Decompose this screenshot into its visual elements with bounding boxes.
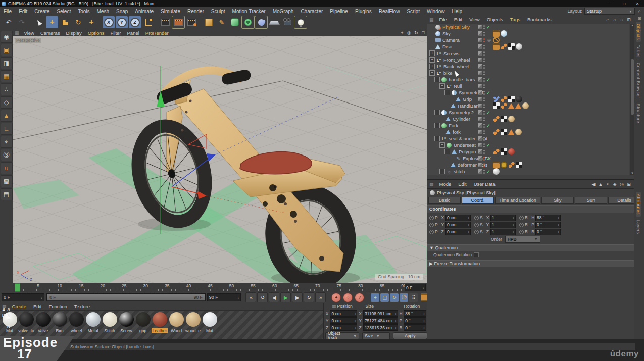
enabled-check-icon[interactable]: ✓ bbox=[486, 143, 490, 148]
uvw-tag-icon[interactable] bbox=[493, 102, 500, 109]
editor-visibility-icon[interactable] bbox=[478, 90, 482, 95]
keyframe-parameter-button[interactable]: Ⓟ bbox=[400, 293, 408, 302]
front-wheel[interactable] bbox=[129, 119, 215, 228]
viewport-3d[interactable]: X Z Perspective Grid Spacing : 10 cm bbox=[13, 36, 427, 283]
menu-item-snap[interactable]: Snap bbox=[113, 9, 131, 14]
tab-time-and-location[interactable]: Time and Location bbox=[495, 197, 540, 204]
seltri-tag-icon[interactable] bbox=[508, 103, 514, 109]
coord-mode-select[interactable]: Object (Rel)▼ bbox=[325, 332, 359, 339]
spinner-icon[interactable]: ↕ bbox=[423, 319, 425, 322]
eye-icon[interactable]: ◌ bbox=[618, 17, 625, 22]
visibility-toggles[interactable]: ✓ bbox=[478, 90, 490, 95]
keyframe-circle-icon[interactable] bbox=[474, 223, 479, 227]
visibility-toggles[interactable]: ✓ bbox=[478, 169, 490, 174]
field-object-button[interactable] bbox=[255, 16, 267, 28]
editor-visibility-icon[interactable] bbox=[478, 163, 482, 167]
target-icon[interactable]: ◎ bbox=[618, 182, 625, 187]
tree-item-back-wheel[interactable]: +LºBack_wheel bbox=[427, 63, 629, 70]
material-item[interactable]: valve_to bbox=[18, 312, 34, 340]
texture-tag-icon[interactable] bbox=[508, 116, 515, 122]
menu-item-objects[interactable]: Objects bbox=[483, 17, 507, 22]
workplane-mode-button[interactable]: ▦ bbox=[1, 70, 13, 82]
view-label[interactable]: Perspective bbox=[15, 38, 41, 43]
panel-grid-icon[interactable]: ▦ bbox=[427, 17, 436, 22]
menu-item-render[interactable]: Render bbox=[184, 9, 208, 14]
material-item[interactable]: wood_e bbox=[185, 312, 201, 340]
material-item[interactable]: Rim bbox=[52, 312, 68, 340]
visibility-dot[interactable] bbox=[483, 91, 485, 92]
uvw-tag-icon[interactable] bbox=[516, 162, 522, 168]
visibility-dot[interactable] bbox=[483, 47, 485, 49]
visibility-dot[interactable] bbox=[483, 150, 485, 151]
spinner-icon[interactable]: ↕ bbox=[354, 319, 356, 322]
editor-visibility-icon[interactable] bbox=[478, 169, 482, 174]
material-item[interactable]: Metal bbox=[85, 312, 101, 340]
phong-tag-icon[interactable] bbox=[501, 102, 507, 109]
panel-tab-content-browser[interactable]: Content Browser bbox=[636, 61, 641, 100]
menu-item-options[interactable]: Options bbox=[85, 30, 108, 36]
visibility-dot[interactable] bbox=[483, 71, 485, 73]
spinner-icon[interactable]: ↕ bbox=[468, 230, 469, 233]
spinner-icon[interactable]: ↕ bbox=[513, 223, 514, 226]
editor-visibility-icon[interactable] bbox=[478, 58, 482, 62]
tree-item-disc[interactable]: Disc bbox=[427, 43, 629, 50]
texture-tag-icon[interactable] bbox=[515, 129, 522, 135]
visibility-dot[interactable] bbox=[483, 137, 485, 138]
spinner-icon[interactable]: ↕ bbox=[558, 230, 559, 233]
visibility-dot[interactable] bbox=[483, 51, 485, 53]
lock-y-axis-button[interactable]: Y bbox=[116, 16, 128, 28]
current-frame-field[interactable]: 0 F↕ bbox=[2, 293, 44, 301]
visibility-dot[interactable] bbox=[483, 143, 485, 145]
toggle-view-icon[interactable]: □ bbox=[420, 30, 427, 35]
tree-item-deformer-host[interactable]: deformer host bbox=[427, 162, 629, 168]
rotation-field[interactable]: 0 °↕ bbox=[404, 324, 426, 331]
preview-range-fill[interactable]: 0 F 90 F bbox=[47, 294, 205, 300]
scale-tool-button[interactable] bbox=[59, 16, 71, 28]
order-select[interactable]: HPB▼ bbox=[505, 236, 540, 243]
seltri-tag-icon[interactable] bbox=[508, 129, 514, 135]
visibility-dot[interactable] bbox=[483, 61, 485, 62]
expand-icon[interactable]: + bbox=[429, 57, 435, 63]
coordinate-system-button[interactable] bbox=[142, 16, 154, 28]
search-icon[interactable]: ⌕ bbox=[604, 181, 611, 187]
enabled-check-icon[interactable]: ✓ bbox=[486, 169, 490, 174]
next-frame-button[interactable]: ▶ bbox=[292, 292, 303, 302]
primitive-cube-button[interactable] bbox=[203, 16, 215, 28]
keyframe-circle-icon[interactable] bbox=[519, 216, 524, 220]
visibility-dot[interactable] bbox=[483, 133, 485, 134]
panel-tab-objects[interactable]: Objects bbox=[636, 22, 641, 42]
tree-item-camera[interactable]: Camera◎ bbox=[427, 37, 629, 43]
layout-select[interactable]: Startup ▼ bbox=[584, 8, 635, 15]
spinner-icon[interactable]: ↕ bbox=[513, 216, 514, 219]
tree-item-symmetry-1[interactable]: −Symmetry.1✓ bbox=[427, 89, 629, 96]
keyframe-circle-icon[interactable] bbox=[519, 230, 524, 234]
menu-item-prorender[interactable]: ProRender bbox=[142, 30, 172, 36]
tree-item-seat-under-seat[interactable]: −Lºseat & under_seat bbox=[427, 135, 629, 142]
tree-item-fork[interactable]: −Fork✓ bbox=[427, 122, 629, 129]
menu-item-sculpt[interactable]: Sculpt bbox=[208, 9, 229, 14]
menu-item-plugins[interactable]: Plugins bbox=[352, 9, 375, 14]
menu-item-bookmarks[interactable]: Bookmarks bbox=[524, 17, 555, 22]
value-field[interactable]: 1↕ bbox=[490, 229, 516, 235]
key-tag-icon[interactable] bbox=[501, 162, 507, 168]
editor-visibility-icon[interactable] bbox=[478, 77, 482, 82]
value-field[interactable]: 0 °↕ bbox=[535, 229, 561, 235]
visibility-toggles[interactable] bbox=[478, 136, 486, 141]
render-view-button[interactable] bbox=[159, 16, 171, 28]
visibility-dot[interactable] bbox=[483, 157, 485, 158]
menu-item-cameras[interactable]: Cameras bbox=[37, 30, 63, 36]
visibility-dot[interactable] bbox=[483, 28, 485, 29]
mograph-object-button[interactable] bbox=[242, 16, 254, 28]
visibility-dot[interactable] bbox=[483, 87, 485, 88]
visibility-toggles[interactable] bbox=[478, 84, 486, 89]
light-object-button[interactable] bbox=[294, 16, 307, 28]
texture-tag-icon[interactable] bbox=[516, 96, 522, 102]
phong-tag-icon[interactable] bbox=[508, 162, 515, 168]
visibility-dot[interactable] bbox=[483, 152, 485, 154]
spinner-icon[interactable]: ↕ bbox=[468, 223, 469, 226]
uvw-tag-icon[interactable] bbox=[501, 116, 507, 122]
render-picture-viewer-button[interactable] bbox=[172, 16, 184, 28]
tree-item-cylinder[interactable]: Cylinder bbox=[427, 116, 629, 122]
subdivision-surface-button[interactable] bbox=[229, 16, 241, 28]
film-tag-icon[interactable] bbox=[493, 30, 500, 37]
